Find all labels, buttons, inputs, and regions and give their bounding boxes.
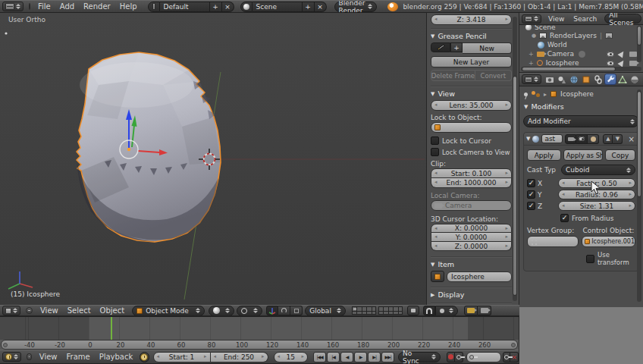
screen-layout-name[interactable]: Default [160, 2, 210, 12]
modifier-expand-icon[interactable]: ▼ [526, 136, 530, 142]
grease-pencil-panel-header[interactable]: ▼Grease Pencil [431, 32, 512, 40]
delete-frame-button[interactable]: Delete Frame [431, 70, 475, 81]
grease-pencil-new-button[interactable]: New [463, 42, 512, 54]
lock-to-cursor-row[interactable]: Lock to Cursor [431, 136, 512, 145]
time-toggle-button[interactable] [140, 352, 149, 362]
restrict-view-icon[interactable] [607, 61, 614, 66]
outliner-scrollbar-track[interactable] [637, 26, 641, 62]
collapse-menus-icon[interactable] [29, 3, 30, 10]
editor-type-info-button[interactable] [2, 2, 24, 11]
editor-type-properties-button[interactable] [522, 74, 541, 84]
clip-end-slider[interactable]: ◂End: 1000.000▸ [431, 178, 512, 188]
opengl-render-button[interactable] [464, 306, 478, 315]
play-reverse-button[interactable]: ◀ [340, 352, 353, 362]
next-keyframe-button[interactable]: ▶| [368, 352, 381, 362]
menu-view[interactable]: View [36, 306, 63, 315]
draw-mode-button[interactable] [431, 42, 450, 52]
apply-as-shape-button[interactable]: Apply as Sha [563, 149, 603, 161]
modifier-move-down-button[interactable]: ▼ [613, 134, 623, 144]
npanel-scrollbar-track[interactable] [513, 17, 517, 301]
outliner-hscrollbar-thumb[interactable] [522, 67, 616, 71]
frame-start-slider[interactable]: ◂Start: 1▸ [153, 352, 211, 362]
lock-to-cursor-checkbox[interactable] [431, 136, 439, 145]
lens-slider[interactable]: ◂Lens: 35.000▸ [431, 100, 512, 111]
render-engine-select[interactable]: Blender Render [334, 2, 378, 12]
expand-icon[interactable]: ● [532, 33, 536, 39]
properties-scrollbar-track[interactable] [637, 89, 641, 302]
expand-plus-icon[interactable]: + [529, 51, 534, 58]
modifier-name-field[interactable]: ast [541, 134, 563, 143]
menu-add[interactable]: Add [55, 2, 79, 11]
editor-type-timeline-button[interactable] [2, 352, 21, 362]
restrict-render-icon[interactable] [629, 52, 637, 57]
control-object-field[interactable]: Icosphere.001 [582, 236, 635, 247]
npanel-scrollbar-thumb[interactable] [513, 76, 517, 296]
restrict-select-icon[interactable] [617, 58, 626, 67]
menu-render[interactable]: Render [79, 2, 115, 11]
from-radius-row[interactable]: ✓ From Radius [527, 214, 635, 222]
modifier-editmode-toggle[interactable] [588, 134, 599, 144]
axis-y-checkbox[interactable]: ✓ [527, 190, 535, 199]
previous-keyframe-button[interactable]: |◀ [327, 352, 340, 362]
use-transform-checkbox[interactable] [586, 255, 594, 263]
lock-to-scene-toggle[interactable] [407, 306, 419, 315]
outliner-scrollbar-thumb[interactable] [637, 26, 641, 46]
convert-button[interactable]: Convert [475, 70, 512, 81]
restrict-render-icon[interactable] [629, 61, 637, 66]
timeline-strip[interactable] [0, 316, 519, 340]
sync-mode-select[interactable]: No Sync [398, 352, 441, 362]
collapse-menus-icon[interactable] [26, 307, 33, 314]
lock-camera-checkbox[interactable] [431, 148, 439, 156]
outliner-row-scene[interactable]: Scene [519, 25, 643, 31]
tab-scene[interactable] [556, 74, 568, 85]
play-button[interactable]: ▶ [354, 352, 367, 362]
outliner-hscrollbar-track[interactable] [521, 67, 641, 71]
opengl-render-anim-button[interactable] [478, 306, 491, 315]
pin-icon[interactable] [524, 93, 528, 96]
scene-name[interactable]: Scene [252, 2, 303, 12]
properties-scrollbar-thumb[interactable] [637, 91, 641, 197]
delete-layout-button[interactable]: × [222, 2, 234, 12]
outliner-filter-select[interactable]: All Scenes [604, 14, 641, 24]
viewport-shading-select[interactable] [209, 306, 234, 316]
outliner-row-icosphere[interactable]: + Icosphere [519, 58, 643, 67]
modifier-render-toggle[interactable] [565, 134, 576, 144]
tab-object-data[interactable] [616, 74, 629, 85]
restrict-view-icon[interactable] [607, 52, 614, 57]
cast-type-select[interactable]: Cuboid [561, 165, 635, 175]
object-type-button[interactable] [431, 271, 444, 282]
pivot-point-select[interactable] [237, 306, 262, 316]
copy-button[interactable]: Copy [605, 149, 635, 161]
grease-pencil-plus-button[interactable]: + [450, 42, 463, 52]
cursor-y-slider[interactable]: ◂Y: 0.0000▸ [431, 233, 512, 242]
scene-icon[interactable] [240, 2, 252, 12]
add-scene-button[interactable]: + [303, 2, 315, 12]
expand-plus-icon[interactable]: + [529, 60, 534, 67]
axis-x-checkbox[interactable]: ✓ [527, 179, 535, 187]
outliner-menu-search[interactable]: Search [569, 15, 601, 23]
size-slider[interactable]: ◂Size: 1.31▸ [558, 201, 635, 211]
timeline-menu-frame[interactable]: Frame [62, 353, 95, 361]
mode-select[interactable]: Object Mode [132, 306, 205, 316]
transform-z-slider[interactable]: ◂Z: 3.418▸ [431, 14, 512, 25]
tab-object[interactable] [580, 74, 592, 85]
editor-type-outliner-button[interactable] [522, 14, 541, 24]
menu-help[interactable]: Help [115, 2, 142, 11]
current-frame-field[interactable]: ◂15▸ [274, 352, 309, 362]
manipulator-translate-toggle[interactable] [266, 306, 278, 315]
tab-render[interactable] [544, 74, 556, 85]
menu-file[interactable]: File [33, 2, 55, 11]
modifier-move-up-button[interactable]: ▲ [603, 134, 613, 144]
jump-to-end-button[interactable]: ▶▶| [381, 352, 394, 362]
axis-z-checkbox[interactable]: ✓ [527, 202, 535, 210]
frame-end-slider[interactable]: ◂End: 250▸ [211, 352, 268, 362]
from-radius-checkbox[interactable]: ✓ [560, 214, 569, 222]
lock-to-object-field[interactable] [431, 122, 512, 133]
modifier-realtime-toggle[interactable] [576, 134, 588, 144]
vertex-group-field[interactable] [527, 236, 579, 247]
screen-layout-icon[interactable] [148, 2, 160, 12]
clip-start-slider[interactable]: ◂Start: 0.100▸ [431, 168, 512, 178]
restrict-select-icon[interactable] [617, 49, 626, 58]
insert-keyframe-button[interactable] [503, 352, 511, 362]
tab-material[interactable] [629, 74, 641, 85]
